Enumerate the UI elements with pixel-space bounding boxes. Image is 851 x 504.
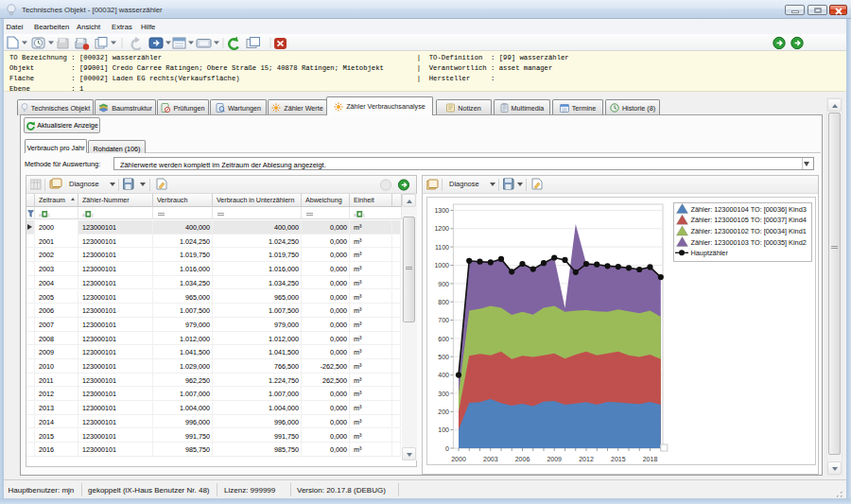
svg-text:1300: 1300 <box>434 207 449 214</box>
svg-text:600: 600 <box>438 336 449 342</box>
svg-text:1100: 1100 <box>435 244 449 251</box>
svg-text:c: c <box>363 212 366 217</box>
svg-text:2012: 2012 <box>579 456 594 462</box>
svg-text:2009: 2009 <box>547 456 562 462</box>
svg-text:Zähler: 123000103 TO: [00035]: Zähler: 123000103 TO: [00035] Kind2 <box>691 238 807 247</box>
svg-text:900: 900 <box>438 281 449 287</box>
svg-text:1200: 1200 <box>434 225 449 232</box>
svg-text:500: 500 <box>438 354 449 360</box>
svg-text:800: 800 <box>438 299 449 305</box>
svg-text:Zähler: 123000102 TO: [00034]: Zähler: 123000102 TO: [00034] Kind1 <box>691 227 807 235</box>
svg-text:2000: 2000 <box>451 456 466 462</box>
svg-text:c: c <box>48 212 51 217</box>
svg-text:a: a <box>39 212 42 217</box>
svg-text:1000: 1000 <box>434 262 449 269</box>
svg-text:2018: 2018 <box>643 456 658 462</box>
svg-text:100: 100 <box>438 426 449 433</box>
svg-text:200: 200 <box>438 408 449 415</box>
svg-text:0: 0 <box>445 445 449 452</box>
svg-text:Hauptzähler: Hauptzähler <box>691 249 729 257</box>
svg-text:300: 300 <box>438 391 449 397</box>
svg-text:700: 700 <box>438 317 449 323</box>
svg-text:Zähler: 123000105 TO: [00037]: Zähler: 123000105 TO: [00037] Kind4 <box>691 216 807 224</box>
svg-text:400: 400 <box>438 372 449 378</box>
svg-text:a: a <box>354 212 356 217</box>
svg-text:2006: 2006 <box>515 456 530 462</box>
svg-text:a: a <box>82 212 85 217</box>
svg-text:2015: 2015 <box>611 456 626 462</box>
svg-text:Zähler: 123000104 TO: [00036]: Zähler: 123000104 TO: [00036] Kind3 <box>691 205 807 214</box>
svg-text:2003: 2003 <box>483 456 498 462</box>
svg-text:c: c <box>92 212 95 217</box>
